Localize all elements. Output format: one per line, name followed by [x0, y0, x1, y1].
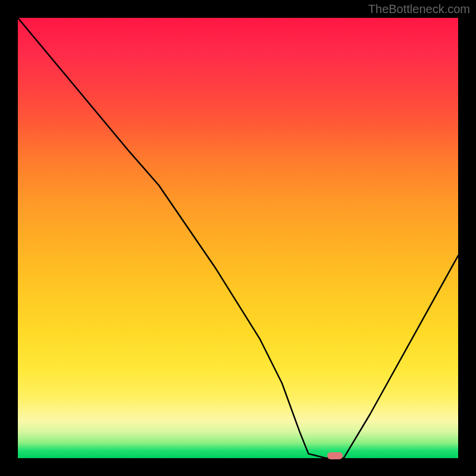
watermark-text: TheBottleneck.com — [368, 2, 470, 16]
plot-area — [18, 18, 458, 458]
curve-svg — [18, 18, 458, 458]
bottleneck-curve — [18, 18, 458, 458]
optimal-marker — [327, 452, 343, 459]
